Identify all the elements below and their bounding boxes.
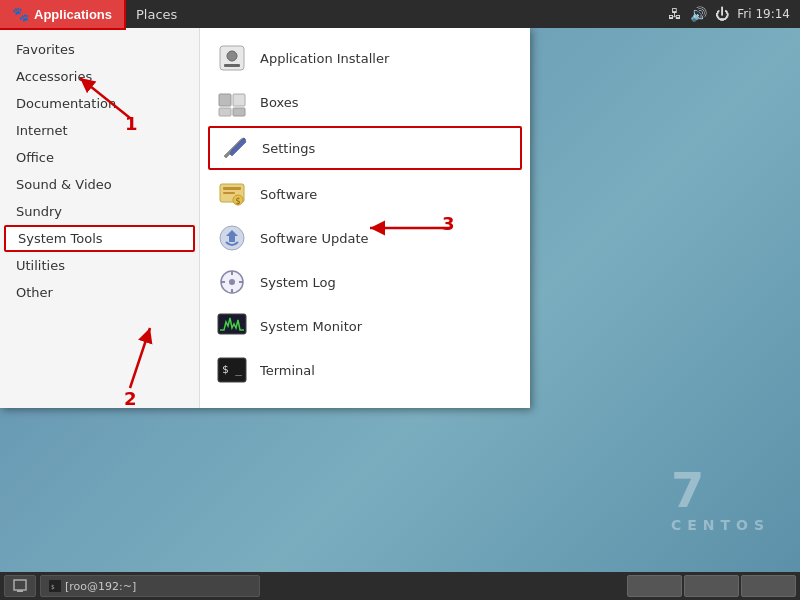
system-log-icon [216,266,248,298]
menu-item-settings[interactable]: Settings [208,126,522,170]
boxes-label: Boxes [260,95,299,110]
menu-item-terminal[interactable]: $ _ Terminal [200,348,530,392]
desktop: 7 CENTOS Favorites Accessories Documenta… [0,28,800,572]
menu-item-boxes[interactable]: Boxes [200,80,530,124]
clock: Fri 19:14 [737,7,790,21]
menu-items: Application Installer Boxes [200,28,530,408]
menu-item-app-installer[interactable]: Application Installer [200,36,530,80]
terminal-label: Terminal [260,363,315,378]
terminal-taskbar-label: [roo@192:~] [65,580,136,593]
desktop-icon [13,579,27,593]
menu-item-software-update[interactable]: Software Update [200,216,530,260]
software-update-label: Software Update [260,231,369,246]
show-desktop-button[interactable] [4,575,36,597]
svg-point-1 [227,51,237,61]
workspace-1[interactable] [627,575,682,597]
svg-point-14 [229,279,235,285]
svg-rect-8 [223,187,241,190]
category-documentation[interactable]: Documentation [0,90,199,117]
terminal-taskbar-icon: $ [49,580,61,592]
app-installer-label: Application Installer [260,51,389,66]
category-office[interactable]: Office [0,144,199,171]
power-icon: ⏻ [715,6,729,22]
menu-item-software[interactable]: $ Software [200,172,530,216]
network-icon: 🖧 [668,6,682,22]
applications-menu-button[interactable]: 🐾 Applications [0,0,124,28]
svg-rect-26 [17,590,23,592]
system-log-label: System Log [260,275,336,290]
foot-icon: 🐾 [12,6,29,22]
software-icon: $ [216,178,248,210]
applications-menu: Favorites Accessories Documentation Inte… [0,28,530,408]
category-accessories[interactable]: Accessories [0,63,199,90]
terminal-icon: $ _ [216,354,248,386]
workspace-switcher [627,575,796,597]
menu-categories: Favorites Accessories Documentation Inte… [0,28,200,408]
places-menu-button[interactable]: Places [124,0,189,28]
volume-icon: 🔊 [690,6,707,22]
svg-text:$ _: $ _ [222,363,242,376]
category-utilities[interactable]: Utilities [0,252,199,279]
svg-rect-6 [233,108,245,116]
settings-label: Settings [262,141,315,156]
category-internet[interactable]: Internet [0,117,199,144]
settings-icon [218,132,250,164]
category-system-tools[interactable]: System Tools [4,225,195,252]
svg-rect-5 [219,108,231,116]
system-monitor-label: System Monitor [260,319,362,334]
app-menu-label: Applications [34,7,112,22]
centos-watermark: 7 CENTOS [671,466,770,532]
workspace-3[interactable] [741,575,796,597]
svg-rect-4 [233,94,245,106]
svg-rect-2 [224,64,240,67]
menu-item-system-monitor[interactable]: System Monitor [200,304,530,348]
svg-text:$: $ [51,583,55,590]
bottom-panel: $ [roo@192:~] [0,572,800,600]
workspace-2[interactable] [684,575,739,597]
svg-rect-9 [223,192,235,194]
system-monitor-icon [216,310,248,342]
category-favorites[interactable]: Favorites [0,36,199,63]
category-sound-video[interactable]: Sound & Video [0,171,199,198]
software-update-icon [216,222,248,254]
top-panel: 🐾 Applications Places 🖧 🔊 ⏻ Fri 19:14 [0,0,800,28]
category-sundry[interactable]: Sundry [0,198,199,225]
boxes-icon [216,86,248,118]
app-installer-icon [216,42,248,74]
software-label: Software [260,187,317,202]
terminal-taskbar-button[interactable]: $ [roo@192:~] [40,575,260,597]
svg-rect-19 [218,314,246,334]
menu-item-system-log[interactable]: System Log [200,260,530,304]
svg-text:$: $ [235,197,240,206]
panel-right: 🖧 🔊 ⏻ Fri 19:14 [668,6,800,22]
svg-rect-3 [219,94,231,106]
svg-rect-25 [14,580,26,590]
category-other[interactable]: Other [0,279,199,306]
